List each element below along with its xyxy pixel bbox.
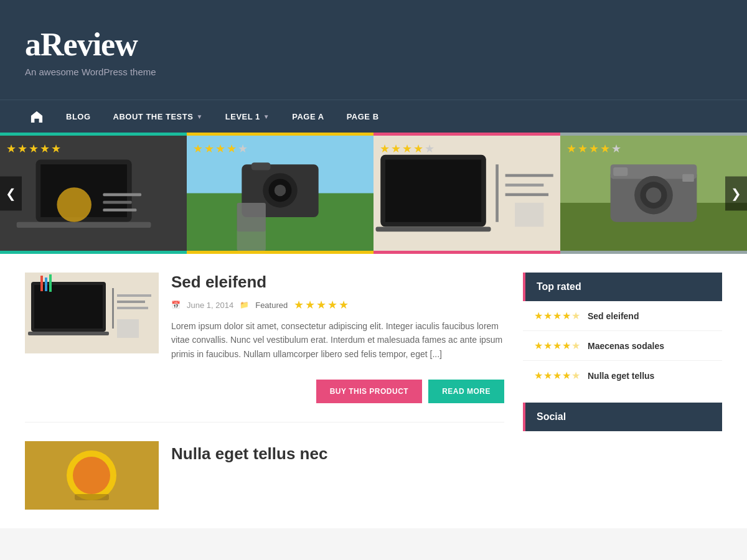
chevron-down-icon: ▼ xyxy=(196,113,202,120)
nav-blog[interactable]: BLOG xyxy=(55,102,102,131)
home-icon xyxy=(30,110,44,123)
main-content: Sed eleifend 📅 June 1, 2014 📁 Featured ★… xyxy=(0,254,747,528)
svg-point-4 xyxy=(57,187,92,222)
posts-column: Sed eleifend 📅 June 1, 2014 📁 Featured ★… xyxy=(25,273,504,510)
svg-rect-3 xyxy=(17,222,151,228)
nav-about[interactable]: ABOUT THE TESTS ▼ xyxy=(102,102,214,131)
top-rated-item: ★ ★ ★ ★ ★ Sed eleifend xyxy=(523,301,722,331)
svg-rect-46 xyxy=(49,274,52,292)
buy-button[interactable]: BUY THIS PRODUCT xyxy=(316,380,422,403)
carousel-stars: ★ ★ ★ ★ ★ xyxy=(566,142,621,156)
svg-point-32 xyxy=(646,187,662,203)
nav-pageb[interactable]: PAGE B xyxy=(336,102,390,131)
top-rated-item: ★ ★ ★ ★ ★ Maecenas sodales xyxy=(523,331,722,361)
carousel-next-button[interactable]: ❯ xyxy=(725,176,747,210)
top-rated-widget: Top rated ★ ★ ★ ★ ★ Sed eleifend xyxy=(523,273,722,390)
svg-rect-38 xyxy=(28,332,109,335)
main-nav: BLOG ABOUT THE TESTS ▼ LEVEL 1 ▼ PAGE A … xyxy=(0,100,747,133)
svg-rect-20 xyxy=(376,226,491,231)
nav-pagea[interactable]: PAGE A xyxy=(281,102,335,131)
social-widget-title: Social xyxy=(523,403,722,431)
post-card: Sed eleifend 📅 June 1, 2014 📁 Featured ★… xyxy=(25,273,504,422)
carousel-item: ★ ★ ★ ★ ★ xyxy=(0,136,187,251)
top-rated-stars: ★ ★ ★ ★ ★ xyxy=(534,370,580,381)
svg-rect-19 xyxy=(385,160,481,222)
carousel-item: ★ ★ ★ ★ ★ xyxy=(560,136,747,251)
post-thumbnail xyxy=(25,441,159,510)
svg-rect-22 xyxy=(505,174,553,177)
svg-rect-7 xyxy=(103,208,136,212)
main-wrapper: Sed eleifend 📅 June 1, 2014 📁 Featured ★… xyxy=(0,254,747,528)
social-widget: Social xyxy=(523,403,722,431)
svg-rect-34 xyxy=(682,174,694,182)
top-rated-title: Nulla eget tellus xyxy=(588,371,654,381)
carousel: ❮ ★ ★ ★ ★ ★ xyxy=(0,136,747,251)
carousel-stars: ★ ★ ★ ★ ★ xyxy=(6,142,61,156)
post-date: June 1, 2014 xyxy=(187,301,233,310)
post-thumbnail xyxy=(25,273,159,353)
svg-rect-37 xyxy=(34,285,103,329)
calendar-icon: 📅 xyxy=(171,301,181,309)
top-rated-title: Sed eleifend xyxy=(588,311,639,321)
carousel-item: ★ ★ ★ ★ ★ xyxy=(187,136,374,251)
svg-rect-23 xyxy=(505,184,544,187)
sidebar: Top rated ★ ★ ★ ★ ★ Sed eleifend xyxy=(523,273,722,510)
widget-title: Top rated xyxy=(523,273,722,301)
svg-rect-14 xyxy=(251,162,271,170)
post-category: Featured xyxy=(255,301,288,310)
post-title: Nulla eget tellus nec xyxy=(171,444,327,464)
carousel-track: ★ ★ ★ ★ ★ xyxy=(0,136,747,251)
svg-rect-6 xyxy=(103,201,131,204)
site-title: aReview xyxy=(25,26,722,63)
top-rated-item: ★ ★ ★ ★ ★ Nulla eget tellus xyxy=(523,361,722,390)
post-title: Sed eleifend xyxy=(171,273,504,292)
svg-rect-24 xyxy=(505,194,548,197)
svg-rect-50 xyxy=(75,494,109,500)
svg-rect-25 xyxy=(515,203,543,227)
svg-rect-42 xyxy=(117,307,148,309)
top-rated-stars: ★ ★ ★ ★ ★ xyxy=(534,310,580,322)
svg-point-13 xyxy=(275,185,286,197)
carousel-stars: ★ ★ ★ ★ ★ xyxy=(193,142,248,156)
carousel-item: ★ ★ ★ ★ ★ xyxy=(374,136,560,251)
top-rated-title: Maecenas sodales xyxy=(588,341,664,351)
carousel-stars: ★ ★ ★ ★ ★ xyxy=(380,142,435,156)
site-tagline: An awesome WordPress theme xyxy=(25,67,722,77)
top-rated-stars: ★ ★ ★ ★ ★ xyxy=(534,340,580,352)
nav-level1[interactable]: LEVEL 1 ▼ xyxy=(214,102,281,131)
post-stars: ★ ★ ★ ★ ★ xyxy=(294,298,349,312)
folder-icon: 📁 xyxy=(240,301,249,309)
widget-content: ★ ★ ★ ★ ★ Sed eleifend ★ ★ ★ xyxy=(523,301,722,390)
svg-rect-21 xyxy=(496,164,499,222)
post2-content: Nulla eget tellus nec xyxy=(171,441,327,510)
color-bar-bottom xyxy=(0,251,747,254)
carousel-prev-button[interactable]: ❮ xyxy=(0,176,22,210)
post-meta: 📅 June 1, 2014 📁 Featured ★ ★ ★ ★ ★ xyxy=(171,298,504,312)
site-header: aReview An awesome WordPress theme xyxy=(0,0,747,100)
post-inner: Sed eleifend 📅 June 1, 2014 📁 Featured ★… xyxy=(25,273,504,361)
svg-rect-43 xyxy=(117,319,139,338)
svg-rect-40 xyxy=(117,294,151,297)
svg-rect-41 xyxy=(117,301,145,303)
svg-rect-39 xyxy=(112,288,114,329)
svg-rect-16 xyxy=(237,203,266,251)
post-excerpt: Lorem ipsum dolor sit amet, consectetur … xyxy=(171,319,504,361)
post-actions: BUY THIS PRODUCT READ MORE xyxy=(25,380,504,403)
nav-home[interactable] xyxy=(19,100,55,133)
post-content: Sed eleifend 📅 June 1, 2014 📁 Featured ★… xyxy=(171,273,504,361)
svg-rect-5 xyxy=(103,194,141,197)
svg-point-49 xyxy=(73,457,110,494)
svg-rect-45 xyxy=(45,278,47,291)
post-card-partial: Nulla eget tellus nec xyxy=(25,441,504,510)
svg-rect-44 xyxy=(40,276,43,291)
chevron-down-icon: ▼ xyxy=(263,113,270,120)
read-more-button[interactable]: READ MORE xyxy=(428,380,504,403)
svg-rect-33 xyxy=(613,167,627,176)
